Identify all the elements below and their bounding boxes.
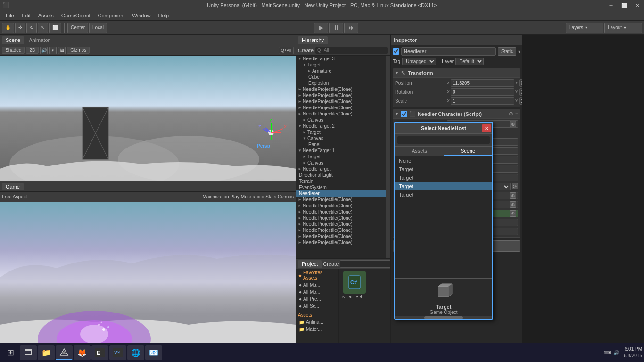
proj-allpre[interactable]: ●All Pre... <box>296 296 338 303</box>
hier-item-canvas1[interactable]: ►Canvas <box>296 117 386 123</box>
hier-item-proj2[interactable]: ►NeedleProjectile(Clone) <box>296 92 386 99</box>
menu-item-assets[interactable]: Assets <box>34 12 58 19</box>
shoulders-select-btn[interactable]: ◎ <box>512 183 518 189</box>
hier-item-proj11[interactable]: ►NeedleProjectile(Clone) <box>296 227 386 233</box>
proj-allmo[interactable]: ●All Mo... <box>296 288 338 296</box>
dialog-tab-assets[interactable]: Assets <box>395 147 444 156</box>
hier-item-proj6[interactable]: ►NeedleProjectile(Clone) <box>296 197 386 203</box>
object-active-checkbox[interactable] <box>393 48 399 55</box>
stats-button[interactable]: Stats <box>265 194 276 199</box>
dialog-item-target4[interactable]: Target <box>395 190 492 199</box>
scale-y-field[interactable] <box>519 97 522 105</box>
menu-item-component[interactable]: Component <box>94 12 128 19</box>
step-button[interactable]: ⏭ <box>344 23 358 33</box>
tab-scene[interactable]: Scene <box>2 36 24 44</box>
taskbar-app-epic[interactable]: E <box>91 345 108 360</box>
taskbar-app-browser[interactable]: 🌐 <box>127 345 144 360</box>
taskbar-app-vs[interactable]: VS <box>109 345 126 360</box>
menu-item-gameobject[interactable]: GameObject <box>58 12 94 19</box>
hier-item-needletarget3[interactable]: ▼NeedleTarget 3 <box>296 56 386 62</box>
hier-item-armature[interactable]: ►Armature <box>296 68 386 74</box>
pause-button[interactable]: ⏸ <box>329 23 343 33</box>
center-button[interactable]: Center <box>67 23 88 33</box>
dialog-tab-scene[interactable]: Scene <box>444 147 492 156</box>
maximize-on-play[interactable]: Maximize on Play <box>202 194 239 199</box>
proj-mater[interactable]: 📁Mater... <box>296 326 338 333</box>
script-select-btn[interactable]: ◎ <box>510 121 516 127</box>
rot-x-field[interactable] <box>451 88 514 96</box>
start-button[interactable]: ⊞ <box>2 345 19 360</box>
target-select-btn[interactable]: ◎ <box>510 210 516 217</box>
dialog-scrollbar[interactable] <box>395 316 492 319</box>
taskbar-app-mail[interactable]: 📧 <box>145 345 162 360</box>
2d-button[interactable]: 2D <box>26 47 39 54</box>
hier-item-proj5[interactable]: ►NeedleProjectile(Clone) <box>296 111 386 117</box>
hier-item-canvas2[interactable]: ▼Canvas <box>296 135 386 141</box>
tag-dropdown[interactable]: Untagged <box>402 58 436 65</box>
needler-script-header[interactable]: ▼ ⬛ Needler Character (Script) ⚙ ≡ <box>393 109 520 119</box>
hier-item-proj4[interactable]: ►NeedleProjectile(Clone) <box>296 105 386 111</box>
pos-y-field[interactable] <box>519 79 522 87</box>
scene-viewport[interactable]: Persp Y X Z <box>0 56 296 181</box>
script-menu-icon[interactable]: ≡ <box>515 111 518 116</box>
scale-x-field[interactable] <box>451 97 514 105</box>
hier-item-proj7[interactable]: ►NeedleProjectile(Clone) <box>296 203 386 209</box>
close-button[interactable]: ✕ <box>631 0 644 10</box>
rect-tool[interactable]: ⬜ <box>49 23 61 33</box>
hierarchy-create[interactable]: Create <box>298 48 314 53</box>
tab-game[interactable]: Game <box>2 183 24 190</box>
dialog-search-input[interactable] <box>397 136 490 144</box>
layout-dropdown[interactable]: Layout ▾ <box>604 23 642 33</box>
taskbar-app-explorer[interactable]: 📁 <box>38 345 55 360</box>
hierarchy-scrollbar[interactable] <box>386 56 390 258</box>
script-gear-icon[interactable]: ⚙ <box>509 111 513 117</box>
hier-item-explosion[interactable]: Explosion <box>296 80 386 86</box>
play-button[interactable]: ▶ <box>314 23 328 33</box>
minimize-button[interactable]: ─ <box>604 0 618 10</box>
proj-allmat[interactable]: ●All Ma... <box>296 281 338 288</box>
scene-search[interactable]: Q+All <box>279 47 294 54</box>
static-chevron-icon[interactable]: ▾ <box>518 49 520 54</box>
gizmos-game-button[interactable]: Gizmos <box>278 194 294 199</box>
hier-item-terrain[interactable]: Terrain <box>296 178 386 184</box>
menu-item-help[interactable]: Help <box>154 12 173 19</box>
hier-item-proj13[interactable]: ►NeedleProjectile(Clone) <box>296 239 386 246</box>
menu-item-edit[interactable]: Edit <box>18 12 34 19</box>
taskbar-app-unity[interactable] <box>56 345 73 360</box>
script-enabled-checkbox[interactable] <box>401 111 407 117</box>
mute-audio[interactable]: Mute audio <box>241 194 264 199</box>
menu-item-window[interactable]: Window <box>128 12 154 19</box>
audio-button[interactable]: 🔊 <box>40 47 48 54</box>
hier-item-needletarget2[interactable]: ▼NeedleTarget 2 <box>296 123 386 129</box>
scene-image-button[interactable]: 🖼 <box>58 47 66 54</box>
dialog-item-target1[interactable]: Target <box>395 165 492 173</box>
hier-item-needlerer[interactable]: Needlerer <box>296 190 386 197</box>
layer-dropdown[interactable]: Default <box>455 58 484 65</box>
game-viewport[interactable]: 040 <box>0 202 296 362</box>
dialog-close-button[interactable]: ✕ <box>482 124 491 132</box>
hand-tool[interactable]: ✋ <box>2 23 14 33</box>
pos-x-field[interactable] <box>451 79 514 87</box>
hier-item-canvas3[interactable]: ►Canvas <box>296 160 386 166</box>
dialog-item-target3[interactable]: Target <box>395 182 492 190</box>
tab-animator[interactable]: Animator <box>25 36 53 44</box>
shading-dropdown[interactable]: Shaded <box>2 47 25 54</box>
holder-r-select-btn[interactable]: ◎ <box>510 192 516 199</box>
project-icon-needlebeh[interactable]: C# NeedleBeh... <box>340 271 369 299</box>
hier-item-proj8[interactable]: ►NeedleProjectile(Clone) <box>296 209 386 215</box>
hier-item-proj3[interactable]: ►NeedleProjectile(Clone) <box>296 99 386 105</box>
taskbar-clock[interactable]: 6:01 PM 6/8/2015 <box>624 346 642 359</box>
gizmos-button[interactable]: Gizmos <box>67 47 90 54</box>
hier-item-needletarget1[interactable]: ▼NeedleTarget 1 <box>296 148 386 154</box>
aspect-dropdown[interactable]: Free Aspect <box>2 194 27 199</box>
holder-l-select-btn[interactable]: ◎ <box>510 201 516 208</box>
dialog-list[interactable]: None Target Target Target Target <box>395 156 492 278</box>
dialog-item-none[interactable]: None <box>395 156 492 165</box>
static-button[interactable]: Static <box>498 47 516 56</box>
layers-dropdown[interactable]: Layers ▾ <box>566 23 603 33</box>
hier-item-cube[interactable]: Cube <box>296 74 386 80</box>
hier-item-eventsystem[interactable]: EventSystem <box>296 184 386 190</box>
object-name-field[interactable] <box>401 47 496 56</box>
rot-y-field[interactable] <box>519 88 522 96</box>
lighting-button[interactable]: ☀ <box>49 47 57 54</box>
